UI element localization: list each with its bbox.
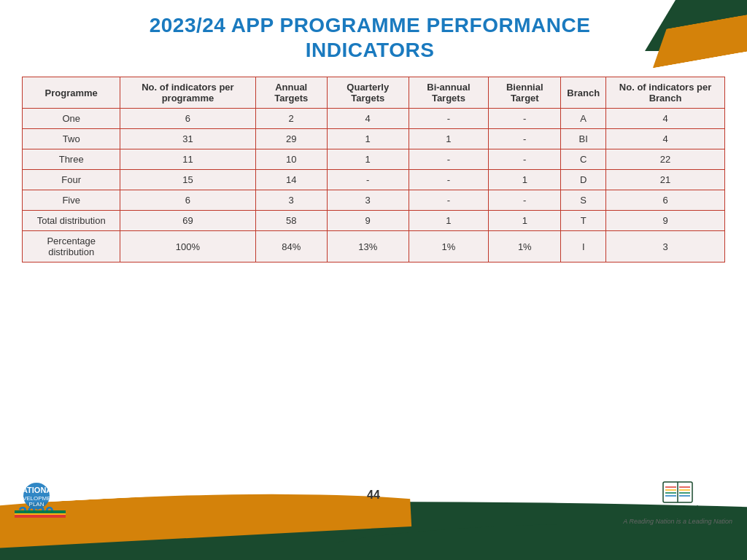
table-cell: 1 xyxy=(489,211,561,231)
table-cell: Three xyxy=(23,149,120,170)
table-cell: 4 xyxy=(606,129,725,149)
table-cell: 11 xyxy=(120,149,255,170)
table-row: One624--A4 xyxy=(23,109,725,129)
col-header-branch: Branch xyxy=(561,77,606,109)
table-cell: C xyxy=(561,149,606,170)
table-cell: - xyxy=(409,149,489,170)
col-header-indicators-per-prog: No. of indicators per programme xyxy=(120,77,255,109)
table-cell: 6 xyxy=(606,190,725,211)
table-cell: Percentage distribution xyxy=(23,231,120,262)
table-cell: One xyxy=(23,109,120,129)
table-cell: Four xyxy=(23,170,120,190)
col-header-quarterly-targets: Quarterly Targets xyxy=(327,77,409,109)
table-cell: 1 xyxy=(327,149,409,170)
table-cell: 22 xyxy=(606,149,725,170)
table-cell: 6 xyxy=(120,109,255,129)
col-header-annual-targets: Annual Targets xyxy=(255,77,327,109)
page-number: 44 xyxy=(367,489,380,502)
table-cell: 3 xyxy=(606,231,725,262)
table-cell: 13% xyxy=(327,231,409,262)
table-cell: - xyxy=(327,170,409,190)
table-cell: 1 xyxy=(409,211,489,231)
table-cell: S xyxy=(561,190,606,211)
table-cell: 14 xyxy=(255,170,327,190)
table-cell: 10 xyxy=(255,149,327,170)
table-cell: 29 xyxy=(255,129,327,149)
table-cell: 4 xyxy=(327,109,409,129)
table-cell: 4 xyxy=(606,109,725,129)
table-cell: 9 xyxy=(606,211,725,231)
table-cell: 1 xyxy=(327,129,409,149)
performance-indicators-table: Programme No. of indicators per programm… xyxy=(22,77,725,262)
table-cell: 6 xyxy=(120,190,255,211)
table-cell: - xyxy=(409,109,489,129)
table-cell: T xyxy=(561,211,606,231)
table-cell: 84% xyxy=(255,231,327,262)
table-cell: 31 xyxy=(120,129,255,149)
table-cell: 100% xyxy=(120,231,255,262)
table-cell: 2 xyxy=(255,109,327,129)
table-cell: - xyxy=(489,190,561,211)
table-cell: 21 xyxy=(606,170,725,190)
page-title: 2023/24 APP PROGRAMME PERFORMANCE INDICA… xyxy=(22,13,718,62)
col-header-indicators-per-branch: No. of indicators per Branch xyxy=(606,77,725,109)
page-header: 2023/24 APP PROGRAMME PERFORMANCE INDICA… xyxy=(0,0,747,69)
table-row: Five633--S6 xyxy=(23,190,725,211)
svg-text:Read to Lead: Read to Lead xyxy=(657,505,699,512)
table-cell: D xyxy=(561,170,606,190)
table-cell: - xyxy=(409,170,489,190)
table-cell: - xyxy=(489,109,561,129)
table-cell: - xyxy=(409,190,489,211)
table-cell: - xyxy=(489,149,561,170)
svg-rect-6 xyxy=(15,513,66,515)
table-cell: 69 xyxy=(120,211,255,231)
table-cell: 1% xyxy=(489,231,561,262)
table-row: Percentage distribution100%84%13%1%1%I3 xyxy=(23,231,725,262)
col-header-biennial: Biennial Target xyxy=(489,77,561,109)
svg-rect-7 xyxy=(15,515,66,518)
svg-text:NATIONAL: NATIONAL xyxy=(16,486,57,494)
table-cell: 3 xyxy=(255,190,327,211)
table-cell: Two xyxy=(23,129,120,149)
table-cell: Five xyxy=(23,190,120,211)
table-cell: 1% xyxy=(409,231,489,262)
corner-decoration xyxy=(645,0,747,73)
read-to-lead-subtitle: A Reading Nation is a Leading Nation xyxy=(623,518,732,525)
table-cell: 1 xyxy=(409,129,489,149)
col-header-programme: Programme xyxy=(23,77,120,109)
table-cell: 3 xyxy=(327,190,409,211)
col-header-bi-annual: Bi-annual Targets xyxy=(409,77,489,109)
table-cell: BI xyxy=(561,129,606,149)
ndp-logo-area: NATIONAL DEVELOPMENT PLAN 2030 xyxy=(15,480,66,520)
table-cell: 1 xyxy=(489,170,561,190)
table-cell: A xyxy=(561,109,606,129)
main-content: Programme No. of indicators per programm… xyxy=(0,69,747,262)
read-to-lead-logo: Read to Lead A Reading Nation is a Leadi… xyxy=(623,478,732,525)
svg-rect-5 xyxy=(15,510,66,513)
table-cell: 58 xyxy=(255,211,327,231)
ndp-logo: NATIONAL DEVELOPMENT PLAN 2030 xyxy=(15,480,66,520)
table-row: Total distribution6958911T9 xyxy=(23,211,725,231)
table-cell: I xyxy=(561,231,606,262)
table-cell: Total distribution xyxy=(23,211,120,231)
table-cell: 15 xyxy=(120,170,255,190)
table-cell: 9 xyxy=(327,211,409,231)
table-row: Three11101--C22 xyxy=(23,149,725,170)
table-row: Four1514--1D21 xyxy=(23,170,725,190)
table-cell: - xyxy=(489,129,561,149)
table-row: Two312911-BI4 xyxy=(23,129,725,149)
